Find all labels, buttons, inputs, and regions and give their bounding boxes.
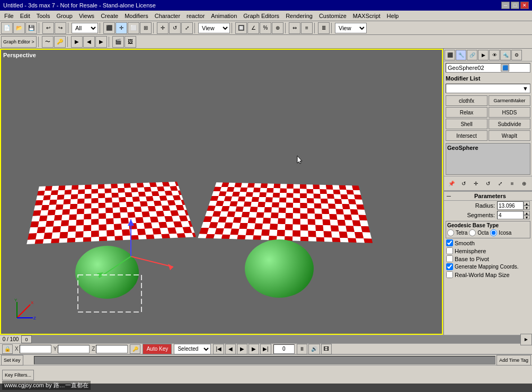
menu-reactor[interactable]: reactor	[183, 12, 208, 20]
relax-btn[interactable]: Relax	[446, 107, 487, 118]
rotate-btn[interactable]: ↺	[169, 22, 181, 34]
menu-character[interactable]: Character	[152, 12, 183, 20]
open-btn[interactable]: 📂	[13, 22, 25, 34]
create-panel-btn[interactable]: ⬛	[445, 50, 455, 60]
selected-dropdown[interactable]: Selected	[174, 344, 211, 354]
mirror-btn[interactable]: ⇔	[289, 22, 300, 34]
segments-spinner[interactable]: ▲ ▼	[524, 211, 530, 219]
segments-input[interactable]: 4	[497, 211, 524, 219]
params-collapse-btn[interactable]: ─	[447, 193, 451, 199]
more-icon[interactable]: ≡	[507, 178, 518, 189]
timeline-thumb[interactable]: 0	[21, 335, 32, 343]
menu-modifiers[interactable]: Modifiers	[121, 12, 152, 20]
menu-views[interactable]: Views	[76, 12, 97, 20]
menu-rendering[interactable]: Rendering	[282, 12, 316, 20]
color-swatch[interactable]: 🟦	[501, 64, 509, 72]
base-to-pivot-checkbox[interactable]	[446, 255, 453, 262]
timeline-bar[interactable]: 0	[21, 335, 520, 343]
smooth-checkbox[interactable]	[446, 239, 453, 246]
radius-spinner[interactable]: ▲ ▼	[524, 201, 530, 210]
extra-icon[interactable]: ⊕	[519, 178, 529, 189]
scale-icon2[interactable]: ⤢	[495, 178, 506, 189]
menu-create[interactable]: Create	[97, 12, 121, 20]
select-region-btn[interactable]: ⬜	[128, 22, 139, 34]
extra-btn2[interactable]: 🔊	[308, 344, 320, 354]
layer-mgr-btn[interactable]: ≣	[318, 22, 330, 34]
y-input[interactable]	[58, 345, 90, 353]
viewport-label-dropdown2[interactable]: View	[335, 23, 367, 33]
extra-btn1[interactable]: ⏸	[297, 344, 307, 354]
new-btn[interactable]: 📄	[1, 22, 13, 34]
utilities-panel-btn[interactable]: 🔩	[500, 50, 511, 60]
extra-btn3[interactable]: 🎞	[321, 344, 332, 354]
scale-btn[interactable]: ⤢	[181, 22, 193, 34]
display-panel-btn[interactable]: 👁	[489, 50, 500, 60]
align-btn[interactable]: ≡	[301, 22, 313, 34]
rotate-icon2[interactable]: ↺	[483, 178, 493, 189]
close-button[interactable]: ✕	[520, 2, 529, 9]
next-key-btn[interactable]: ▶	[249, 344, 259, 354]
intersect-btn[interactable]: Intersect	[446, 130, 487, 141]
hemisphere-checkbox[interactable]	[446, 247, 453, 254]
minimize-button[interactable]: ─	[501, 2, 510, 9]
real-world-checkbox[interactable]	[446, 271, 453, 278]
menu-customize[interactable]: Customize	[316, 12, 350, 20]
shell-btn[interactable]: Shell	[446, 119, 487, 129]
z-input[interactable]	[96, 345, 128, 353]
menu-group[interactable]: Group	[53, 12, 76, 20]
modify-panel-btn[interactable]: 🔧	[456, 50, 466, 60]
percent-snap-btn[interactable]: %	[260, 22, 271, 34]
object-name-input[interactable]: GeoSphere02	[448, 65, 501, 71]
x-input[interactable]	[20, 345, 51, 353]
hierarchy-panel-btn[interactable]: 🔗	[467, 50, 477, 60]
icosa-radio[interactable]	[490, 229, 497, 236]
menu-maxscript[interactable]: MAXScript	[350, 12, 384, 20]
menu-animation[interactable]: Animation	[208, 12, 240, 20]
undo-btn[interactable]: ↩	[42, 22, 54, 34]
angle-snap-btn[interactable]: ∠	[247, 22, 259, 34]
frame-input[interactable]	[273, 344, 295, 354]
hsds-btn[interactable]: HSDS	[489, 107, 530, 118]
pin-icon[interactable]: 📌	[446, 178, 457, 189]
graph-editor-btn[interactable]: Graph Editor >	[1, 36, 37, 48]
snap-toggle-btn[interactable]: 🔲	[235, 22, 247, 34]
radius-up[interactable]: ▲	[524, 201, 530, 206]
selection-filter-dropdown[interactable]: All	[72, 23, 98, 33]
menu-file[interactable]: File	[1, 12, 17, 20]
last-frame-btn[interactable]: ▶|	[260, 344, 271, 354]
object-name-field[interactable]: GeoSphere02 🟦	[446, 63, 530, 73]
first-frame-btn[interactable]: |◀	[213, 344, 224, 354]
reference-coord-dropdown[interactable]: View	[198, 23, 230, 33]
save-btn[interactable]: 💾	[25, 22, 37, 34]
prev-frame-btn[interactable]: ◀	[83, 36, 95, 48]
menu-edit[interactable]: Edit	[17, 12, 33, 20]
move-icon2[interactable]: ✛	[471, 178, 481, 189]
quick-render-btn[interactable]: 🖼	[125, 36, 136, 48]
viewport[interactable]: Perspective X Y	[0, 49, 443, 335]
menu-tools[interactable]: Tools	[33, 12, 54, 20]
auto-key-btn[interactable]: Auto Key	[143, 344, 172, 354]
select-move-btn[interactable]: ✛	[116, 22, 127, 34]
segments-up[interactable]: ▲	[524, 211, 530, 215]
select-btn[interactable]: ⬛	[103, 22, 115, 34]
subdivide-btn[interactable]: Subdivide	[489, 119, 530, 129]
render-setup-btn[interactable]: 🎬	[112, 36, 124, 48]
spinner-snap-btn[interactable]: ⊕	[272, 22, 283, 34]
segments-down[interactable]: ▼	[524, 215, 530, 219]
clothfx-btn[interactable]: clothfx	[446, 95, 487, 106]
add-time-tag-btn[interactable]: Add Time Tag	[496, 355, 531, 366]
lock-btn[interactable]: 🔒	[2, 344, 13, 354]
generate-mapping-checkbox[interactable]	[446, 263, 453, 270]
curve-btn[interactable]: 〜	[42, 36, 54, 48]
modifier-list-dropdown[interactable]: ▼	[446, 84, 530, 93]
menu-graph-editors[interactable]: Graph Editors	[240, 12, 282, 20]
menu-help[interactable]: Help	[384, 12, 402, 20]
key-btn[interactable]: 🔑	[54, 36, 66, 48]
key-filters-btn[interactable]: Key Filters...	[2, 370, 34, 380]
maximize-button[interactable]: □	[511, 2, 519, 9]
motion-panel-btn[interactable]: ▶	[478, 50, 489, 60]
play-btn[interactable]: ▶	[237, 344, 247, 354]
octa-radio[interactable]	[469, 229, 476, 236]
prev-key-btn[interactable]: ◀	[225, 344, 236, 354]
garmentmaker-btn[interactable]: GarmentMaker	[489, 95, 530, 106]
